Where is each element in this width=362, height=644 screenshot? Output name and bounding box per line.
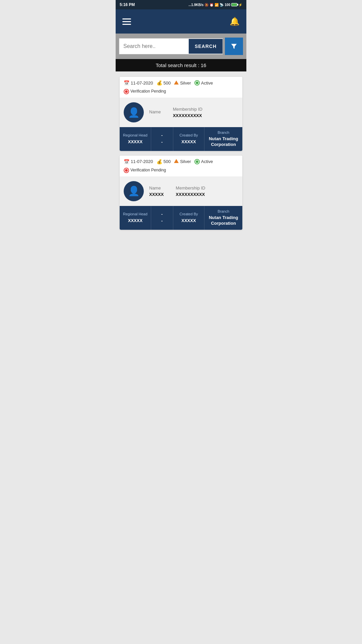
battery-icon [231, 3, 237, 6]
regional-head-cell: Regional Head XXXXX [120, 206, 151, 230]
membership-label: Membership ID [173, 107, 202, 112]
membership-info: Membership ID XXXXXXXXXX [176, 185, 205, 197]
branch-label: Branch [218, 130, 229, 135]
verification-status: Verification Pending [124, 89, 166, 94]
amount-item: 💰 500 [157, 80, 171, 86]
money-icon: 💰 [157, 159, 162, 164]
search-input-wrapper: SEARCH [119, 38, 223, 54]
created-by-value: XXXXX [181, 139, 196, 145]
created-by-label: Created By [179, 212, 198, 216]
membership-id: XXXXXXXXXX [173, 113, 202, 118]
active-label: Active [201, 80, 213, 86]
status-bar: 5:16 PM ...1.9KB/s 🔕 ⏰ 📶 📡 100 ⚡ [116, 0, 246, 9]
charging-icon: ⚡ [238, 3, 242, 7]
profile-section: 👤 Name XXXXX Membership ID XXXXXXXXXX [120, 176, 242, 206]
branch-label: Branch [218, 209, 229, 214]
regional-head-value: XXXXX [128, 218, 142, 224]
active-dot [194, 80, 200, 86]
cards-container: 📅 11-07-2020 💰 500 Silver Active Verific… [116, 71, 246, 235]
search-input[interactable] [119, 39, 189, 54]
created-by-cell: Created By XXXXX [173, 206, 205, 230]
branch-cell: Branch Nutan Trading Corporation [204, 206, 242, 230]
avatar: 👤 [124, 181, 144, 201]
tier-item: Silver [174, 80, 191, 86]
created-by-label: Created By [179, 133, 198, 138]
status-icons: ...1.9KB/s 🔕 ⏰ 📶 📡 100 ⚡ [188, 3, 242, 7]
mute-icon: 🔕 [204, 3, 208, 7]
col2-sub: - [161, 140, 163, 145]
member-card: 📅 11-07-2020 💰 500 Silver Active Verific… [120, 77, 242, 151]
alarm-icon: ⏰ [209, 3, 214, 7]
time: 5:16 PM [120, 2, 135, 7]
col2-cell: - - [151, 127, 173, 151]
verification-label: Verification Pending [130, 89, 166, 94]
tier-icon [174, 80, 179, 86]
regional-head-value: XXXXX [128, 139, 142, 145]
menu-button[interactable] [122, 18, 131, 25]
active-status: Active [194, 159, 213, 164]
notification-button[interactable]: 🔔 [230, 17, 240, 26]
branch-value: Nutan Trading Corporation [207, 215, 240, 226]
card-tier: Silver [180, 159, 191, 164]
verification-status: Verification Pending [124, 168, 166, 173]
card-tier: Silver [180, 80, 191, 86]
name-value: XXXXX [149, 192, 164, 197]
name-info: Name [149, 109, 161, 116]
branch-value: Nutan Trading Corporation [207, 136, 240, 148]
date-item: 📅 11-07-2020 [124, 80, 153, 86]
filter-icon [230, 43, 238, 50]
verification-label: Verification Pending [130, 168, 166, 173]
name-label: Name [149, 109, 161, 114]
membership-label: Membership ID [176, 185, 205, 191]
regional-head-label: Regional Head [123, 133, 147, 138]
wifi-icon: 📡 [220, 3, 224, 7]
verification-dot [124, 168, 129, 173]
user-icon: 👤 [128, 185, 140, 197]
amount-item: 💰 500 [157, 159, 171, 164]
card-date: 11-07-2020 [131, 80, 153, 86]
search-section: SEARCH [116, 34, 246, 59]
regional-head-label: Regional Head [123, 212, 147, 216]
network-speed: ...1.9KB/s [188, 3, 203, 7]
profile-section: 👤 Name Membership ID XXXXXXXXXX [120, 98, 242, 127]
active-label: Active [201, 159, 213, 164]
user-icon: 👤 [128, 107, 140, 118]
signal-icon: 📶 [215, 3, 219, 7]
member-card: 📅 11-07-2020 💰 500 Silver Active Verific… [120, 156, 242, 230]
col2-sub: - [161, 218, 163, 224]
card-header: 📅 11-07-2020 💰 500 Silver Active Verific… [120, 156, 242, 176]
battery-text: 100 [225, 3, 230, 7]
active-dot [194, 159, 200, 164]
results-bar: Total search result : 16 [116, 59, 246, 71]
active-status: Active [194, 80, 213, 86]
avatar: 👤 [124, 102, 144, 122]
col2-value: - [161, 212, 163, 217]
tier-icon [174, 159, 179, 164]
membership-id: XXXXXXXXXX [176, 192, 205, 197]
calendar-icon: 📅 [124, 80, 129, 86]
card-amount: 500 [164, 159, 171, 164]
created-by-value: XXXXX [181, 218, 196, 224]
card-date: 11-07-2020 [131, 159, 153, 164]
date-item: 📅 11-07-2020 [124, 159, 153, 164]
col2-cell: - - [151, 206, 173, 230]
tier-item: Silver [174, 159, 191, 164]
verification-dot [124, 89, 129, 94]
branch-cell: Branch Nutan Trading Corporation [204, 127, 242, 151]
name-label: Name [149, 185, 164, 191]
money-icon: 💰 [157, 80, 162, 86]
filter-button[interactable] [225, 38, 243, 55]
card-header: 📅 11-07-2020 💰 500 Silver Active Verific… [120, 77, 242, 98]
col2-value: - [161, 133, 163, 139]
name-info: Name XXXXX [149, 185, 164, 197]
card-amount: 500 [164, 80, 171, 86]
details-grid: Regional Head XXXXX - - Created By XXXXX… [120, 206, 242, 230]
details-grid: Regional Head XXXXX - - Created By XXXXX… [120, 127, 242, 151]
created-by-cell: Created By XXXXX [173, 127, 205, 151]
search-button[interactable]: SEARCH [189, 39, 223, 54]
calendar-icon: 📅 [124, 159, 129, 164]
regional-head-cell: Regional Head XXXXX [120, 127, 151, 151]
results-text: Total search result : 16 [156, 62, 206, 68]
membership-info: Membership ID XXXXXXXXXX [173, 107, 202, 118]
app-header: 🔔 [116, 9, 246, 34]
